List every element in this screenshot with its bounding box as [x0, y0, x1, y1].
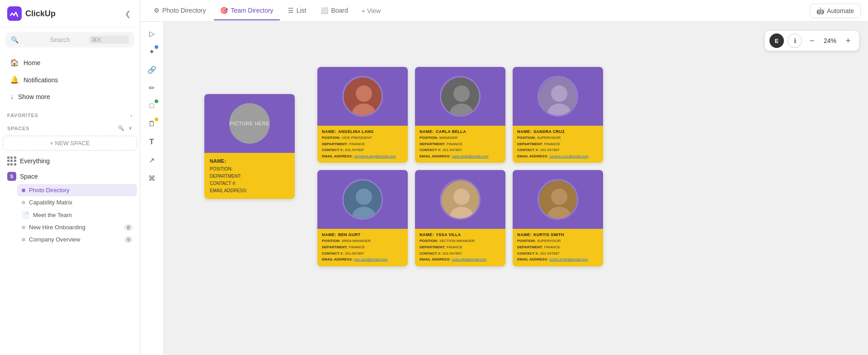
department-label: DEPARTMENT: [322, 141, 348, 147]
left-toolbar: ▷ ✦ 🔗 ✏ □ 🗒 T ↗ [140, 22, 164, 355]
position-label: POSITION: [322, 135, 340, 141]
home-icon: 🏠 [10, 58, 19, 67]
sidebar-item-photo-directory[interactable]: Photo Directory [17, 184, 137, 196]
department-label: DEPARTMENT: [420, 244, 445, 251]
whiteboard[interactable]: E ℹ − 24% + PICTURE HERE NAME: POSITION:… [164, 22, 868, 355]
person-info: NAME: YSSA VILLA POSITION:SECTION MANAGE… [415, 229, 505, 266]
robot-icon: 🤖 [816, 7, 824, 14]
sidebar-item-everything[interactable]: Everything [3, 153, 137, 169]
tab-photo-directory[interactable]: ⚙ Photo Directory [147, 1, 212, 20]
connect-tool[interactable]: ⌘ [144, 170, 160, 186]
person-name: CARLA BELLA [436, 129, 466, 134]
position-label: POSITION: [517, 135, 536, 141]
cursor-tool[interactable]: ▷ [144, 25, 160, 42]
person-name: SANDRA CRUZ [533, 129, 565, 134]
svg-point-8 [551, 85, 567, 102]
person-email[interactable]: yssa.villa@email.com [452, 256, 486, 263]
sidebar-item-space[interactable]: S Space [3, 169, 137, 184]
sidebar-item-meet-the-team[interactable]: 📄 Meet the Team [17, 208, 137, 221]
person-name: KURTIS SMITH [533, 232, 564, 237]
tab-team-directory[interactable]: 🎯 Team Directory [214, 1, 279, 20]
email-label: EMAIL ADDRESS: [517, 256, 548, 263]
sidebar-item-new-hire-onboarding[interactable]: New Hire Onboarding 8 [17, 221, 137, 233]
magic-tool[interactable]: ✦ [144, 43, 160, 60]
sticky-tool[interactable]: 🗒 [144, 116, 160, 132]
person-position: VICE PRESIDENT [342, 135, 372, 141]
expand-spaces-icon[interactable]: ∨ [128, 125, 132, 131]
add-view-button[interactable]: + View [356, 4, 386, 18]
search-spaces-icon[interactable]: 🔍 [118, 125, 125, 131]
pen-tool[interactable]: ✏ [144, 80, 160, 96]
search-placeholder: Search [50, 36, 85, 43]
person-name: YSSA VILLA [436, 232, 461, 237]
meet-the-team-label: Meet the Team [33, 212, 72, 218]
template-fields: NAME: POSITION: DEPARTMENT: CONTACT #: E… [210, 157, 289, 194]
list-icon: ☰ [288, 7, 294, 14]
sidebar-item-company-overview[interactable]: Company Overview 9 [17, 233, 137, 246]
square-icon: □ [150, 102, 154, 110]
person-position: SUPERVISOR [537, 238, 561, 244]
person-photo [342, 76, 383, 117]
person-photo [538, 179, 578, 220]
automate-label: Automate [827, 7, 854, 14]
zoom-in-button[interactable]: + [842, 34, 854, 47]
logo[interactable]: ClickUp [7, 6, 56, 21]
name-label: NAME: [420, 232, 434, 237]
space-icon: S [7, 172, 16, 181]
home-label: Home [24, 59, 40, 66]
person-position: SECTION MANAGER [439, 238, 475, 244]
person-photo-area [513, 170, 603, 229]
new-space-button[interactable]: + NEW SPACE [3, 136, 137, 151]
search-bar[interactable]: 🔍 Search ⌘K [5, 32, 134, 47]
zoom-out-button[interactable]: − [806, 34, 818, 47]
link-tool[interactable]: 🔗 [144, 62, 160, 78]
tab-photo-directory-label: Photo Directory [162, 7, 206, 14]
person-photo [538, 76, 578, 117]
company-overview-label: Company Overview [29, 236, 80, 243]
new-hire-badge: 8 [124, 224, 132, 231]
everything-label: Everything [20, 157, 50, 165]
person-email[interactable]: carla.bella@email.com [452, 153, 488, 160]
blue-dot-indicator [155, 45, 158, 49]
person-info: NAME: KURTIS SMITH POSITION:SUPERVISOR D… [513, 229, 603, 266]
sidebar-item-show-more[interactable]: ↓ Show more [3, 89, 137, 105]
person-email[interactable]: kurtis.smith@email.com [549, 256, 588, 263]
person-name: BEN GURT [338, 232, 360, 237]
info-button[interactable]: ℹ [788, 33, 802, 48]
canvas-area: ▷ ✦ 🔗 ✏ □ 🗒 T ↗ [140, 22, 868, 355]
person-email[interactable]: ben.gurt@email.com [354, 256, 387, 263]
main-content: ⚙ Photo Directory 🎯 Team Directory ☰ Lis… [140, 0, 868, 355]
text-tool[interactable]: T [144, 134, 160, 150]
sidebar-item-notifications[interactable]: 🔔 Notifications [3, 71, 137, 88]
search-icon: 🔍 [11, 36, 46, 43]
name-label: NAME: [517, 232, 532, 237]
arrow-icon: ↗ [149, 156, 155, 165]
template-card-photo-area: PICTURE HERE [204, 94, 295, 153]
company-overview-badge: 9 [124, 237, 132, 243]
person-photo [342, 179, 383, 220]
new-hire-label: New Hire Onboarding [29, 224, 85, 231]
shape-tool[interactable]: □ [144, 98, 160, 114]
department-label: DEPARTMENT: [322, 244, 348, 251]
person-email[interactable]: sandra.cruz@email.com [549, 153, 588, 160]
person-email[interactable]: angelina.lang@email.com [354, 153, 396, 160]
tab-board[interactable]: ⬜ Board [314, 1, 354, 20]
department-label: DEPARTMENT: [517, 244, 543, 251]
person-info: NAME: ANGELINA LANG POSITION:VICE PRESID… [317, 126, 408, 163]
magic-icon: ✦ [149, 47, 155, 56]
automate-button[interactable]: 🤖 Automate [810, 4, 861, 18]
doc-icon: 📄 [22, 211, 29, 218]
board-icon: ⬜ [321, 7, 328, 14]
pen-icon: ✏ [149, 84, 155, 92]
person-card: NAME: ANGELINA LANG POSITION:VICE PRESID… [317, 67, 408, 163]
person-contact: 201-547897 [540, 251, 560, 257]
spaces-section-title: SPACES 🔍 ∨ [0, 120, 140, 133]
user-avatar[interactable]: E [769, 33, 784, 48]
collapse-sidebar-button[interactable]: ❮ [123, 8, 132, 20]
person-position: AREA MANAGER [342, 238, 371, 244]
tab-list[interactable]: ☰ List [282, 1, 313, 20]
template-card: PICTURE HERE NAME: POSITION: DEPARTMENT:… [204, 94, 295, 199]
sidebar-item-home[interactable]: 🏠 Home [3, 54, 137, 71]
sidebar-item-capability-matrix[interactable]: Capability Matrix [17, 196, 137, 208]
arrow-tool[interactable]: ↗ [144, 152, 160, 168]
